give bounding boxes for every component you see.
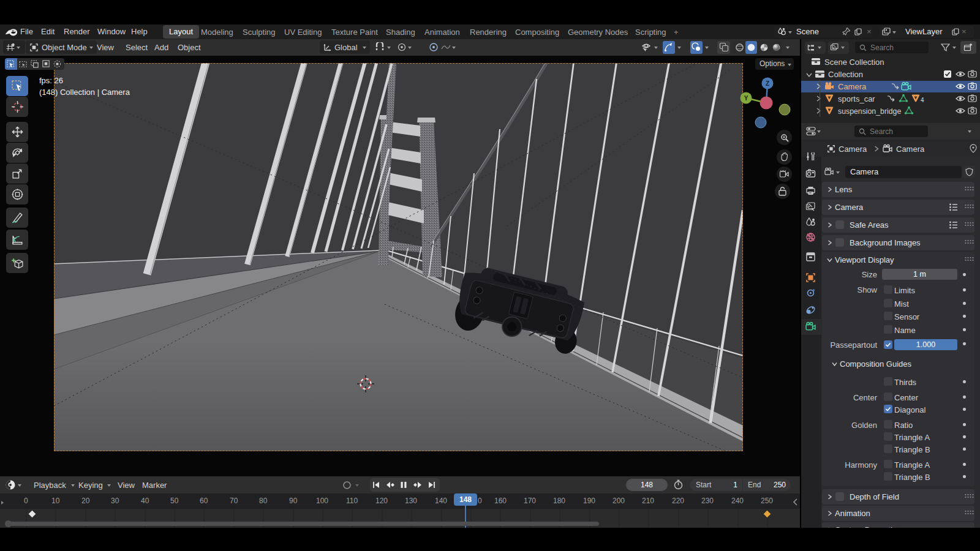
svg-text:Z: Z xyxy=(766,80,769,87)
svg-text:Y: Y xyxy=(744,95,748,102)
